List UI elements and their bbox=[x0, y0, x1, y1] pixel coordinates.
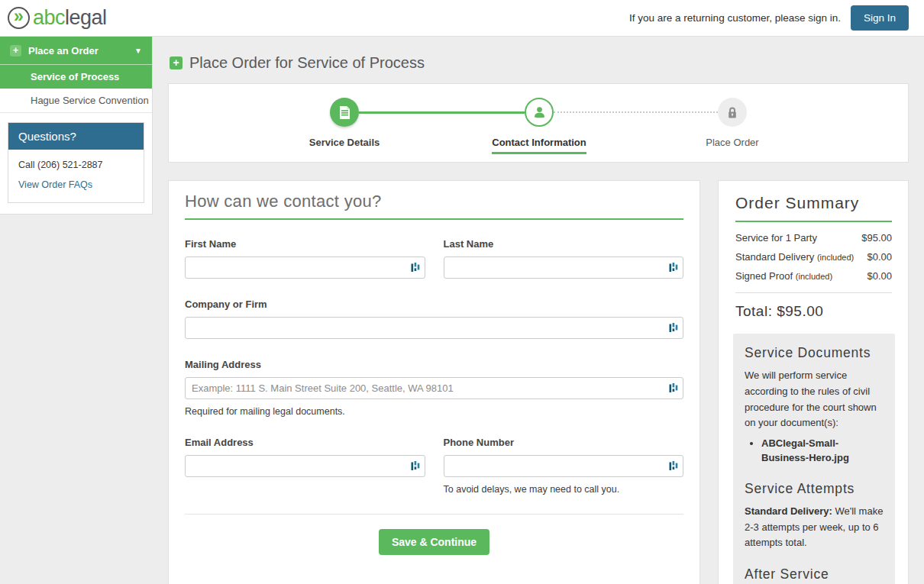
step-label: Service Details bbox=[309, 137, 380, 148]
last-name-label: Last Name bbox=[444, 238, 684, 250]
page-title: Place Order for Service of Process bbox=[189, 54, 425, 72]
first-name-input[interactable] bbox=[185, 257, 425, 279]
questions-phone: Call (206) 521-2887 bbox=[18, 160, 134, 170]
price-row: Signed Proof (included) $0.00 bbox=[735, 270, 892, 282]
abclegal-logo[interactable]: » abclegal bbox=[8, 6, 107, 30]
step-label: Contact Information bbox=[492, 137, 586, 154]
person-icon bbox=[525, 98, 554, 127]
price-note: (included) bbox=[817, 253, 854, 262]
questions-box: Questions? Call (206) 521-2887 View Orde… bbox=[8, 122, 144, 203]
sign-in-button[interactable]: Sign In bbox=[851, 5, 909, 31]
sidebar-item-hague-service-convention[interactable]: Hague Service Convention bbox=[0, 89, 152, 113]
sidebar-menu-title: Place an Order bbox=[28, 45, 99, 56]
mailing-helper-text: Required for mailing legal documents. bbox=[185, 406, 683, 417]
save-continue-button[interactable]: Save & Continue bbox=[379, 529, 489, 555]
summary-divider bbox=[735, 292, 892, 293]
price-label: Signed Proof bbox=[735, 270, 793, 282]
step-contact-information[interactable]: Contact Information bbox=[459, 98, 619, 154]
top-header: » abclegal If you are a returning custom… bbox=[0, 0, 924, 37]
price-label: Service for 1 Party bbox=[735, 232, 817, 244]
form-heading: How can we contact you? bbox=[185, 192, 683, 220]
mailing-address-input[interactable] bbox=[185, 377, 683, 399]
autofill-icon[interactable] bbox=[411, 263, 421, 273]
service-document-file: ABClegal-Small-Business-Hero.jpg bbox=[761, 437, 884, 466]
service-documents-title: Service Documents bbox=[745, 345, 884, 361]
autofill-icon[interactable] bbox=[669, 263, 679, 273]
email-input[interactable] bbox=[185, 455, 425, 477]
plus-icon: + bbox=[170, 56, 183, 69]
order-progress-stepper: Service Details Contact Information bbox=[168, 83, 909, 163]
mailing-address-label: Mailing Address bbox=[185, 359, 683, 370]
step-service-details[interactable]: Service Details bbox=[264, 98, 425, 148]
email-label: Email Address bbox=[185, 437, 425, 448]
order-total: Total: $95.00 bbox=[735, 303, 892, 320]
price-note: (included) bbox=[796, 272, 832, 281]
sidebar-place-an-order[interactable]: + Place an Order ▼ bbox=[0, 37, 152, 64]
questions-title: Questions? bbox=[8, 123, 144, 150]
autofill-icon[interactable] bbox=[411, 461, 421, 472]
sidebar: + Place an Order ▼ Service of Process Ha… bbox=[0, 37, 153, 215]
price-amount: $0.00 bbox=[867, 251, 892, 263]
sidebar-item-service-of-process[interactable]: Service of Process bbox=[0, 64, 152, 89]
logo-text: abclegal bbox=[33, 6, 107, 30]
price-row: Standard Delivery (included) $0.00 bbox=[735, 251, 892, 263]
service-info-box: Service Documents We will perform servic… bbox=[733, 334, 895, 584]
step-place-order: Place Order bbox=[652, 98, 813, 148]
form-divider bbox=[185, 514, 683, 515]
order-summary-card: Order Summary Service for 1 Party $95.00… bbox=[718, 180, 909, 584]
service-attempts-title: Service Attempts bbox=[745, 481, 884, 497]
document-icon bbox=[330, 98, 359, 127]
price-label: Standard Delivery bbox=[735, 251, 814, 263]
step-label: Place Order bbox=[706, 137, 758, 148]
autofill-icon[interactable] bbox=[669, 383, 679, 394]
order-summary-title: Order Summary bbox=[735, 194, 892, 222]
service-attempts-text: Standard Delivery: We'll make 2-3 attemp… bbox=[745, 504, 884, 551]
service-documents-text: We will perform service according to the… bbox=[745, 368, 884, 431]
last-name-input[interactable] bbox=[444, 257, 684, 279]
logo-chevrons-icon: » bbox=[8, 7, 30, 29]
autofill-icon[interactable] bbox=[669, 323, 679, 334]
price-row: Service for 1 Party $95.00 bbox=[735, 232, 892, 244]
price-amount: $0.00 bbox=[867, 270, 892, 282]
view-order-faqs-link[interactable]: View Order FAQs bbox=[18, 179, 92, 190]
phone-input[interactable] bbox=[444, 455, 684, 477]
phone-label: Phone Number bbox=[444, 437, 684, 448]
price-amount: $95.00 bbox=[861, 232, 892, 244]
lock-icon bbox=[718, 98, 747, 127]
phone-helper-text: To avoid delays, we may need to call you… bbox=[444, 484, 684, 495]
returning-customer-text: If you are a returning customer, please … bbox=[629, 12, 841, 24]
company-input[interactable] bbox=[185, 317, 683, 339]
company-label: Company or Firm bbox=[185, 298, 683, 310]
first-name-label: First Name bbox=[185, 238, 425, 250]
after-service-title: After Service bbox=[745, 566, 884, 582]
contact-form-card: How can we contact you? First Name bbox=[168, 180, 700, 584]
main-content: + Place Order for Service of Process Ser… bbox=[153, 37, 924, 584]
plus-icon: + bbox=[10, 45, 21, 56]
autofill-icon[interactable] bbox=[669, 461, 679, 472]
chevron-down-icon: ▼ bbox=[134, 47, 142, 55]
